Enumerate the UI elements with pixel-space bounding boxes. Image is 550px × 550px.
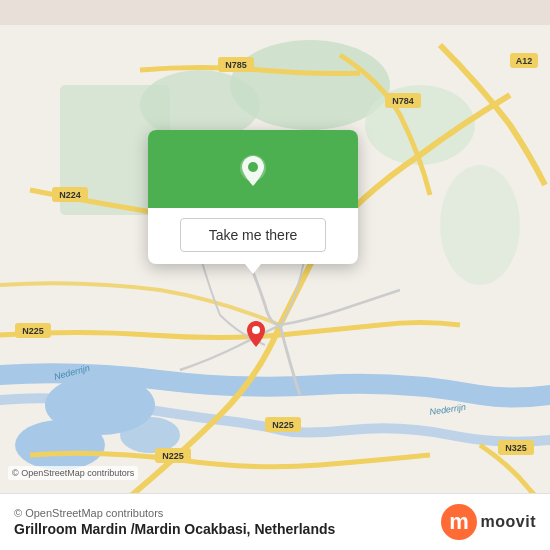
svg-text:N785: N785	[225, 60, 247, 70]
svg-point-29	[252, 326, 260, 334]
map-popup: Take me there	[148, 130, 358, 264]
moovit-logo: m moovit	[441, 504, 536, 540]
svg-point-8	[120, 417, 180, 453]
svg-point-5	[440, 165, 520, 285]
svg-point-28	[248, 162, 258, 172]
map-pin-marker	[245, 320, 267, 348]
svg-text:N325: N325	[505, 443, 527, 453]
map-container: N785 N784 A12 N224 N225 N225 N225 N325 N…	[0, 0, 550, 550]
svg-text:N225: N225	[162, 451, 184, 461]
svg-text:N224: N224	[59, 190, 81, 200]
footer-bar: © OpenStreetMap contributors Grillroom M…	[0, 493, 550, 550]
location-pin-icon	[234, 152, 272, 190]
svg-text:N225: N225	[22, 326, 44, 336]
svg-text:A12: A12	[516, 56, 533, 66]
moovit-m-icon: m	[441, 504, 477, 540]
take-me-there-button[interactable]: Take me there	[180, 218, 327, 252]
svg-text:N225: N225	[272, 420, 294, 430]
footer-copyright: © OpenStreetMap contributors	[14, 507, 335, 519]
popup-icon-area	[148, 130, 358, 208]
footer-info: © OpenStreetMap contributors Grillroom M…	[14, 507, 335, 537]
svg-point-7	[15, 420, 105, 470]
svg-text:N784: N784	[392, 96, 414, 106]
footer-place-name: Grillroom Mardin /Mardin Ocakbasi, Nethe…	[14, 521, 335, 537]
osm-attribution: © OpenStreetMap contributors	[8, 466, 138, 480]
moovit-text: moovit	[481, 513, 536, 531]
